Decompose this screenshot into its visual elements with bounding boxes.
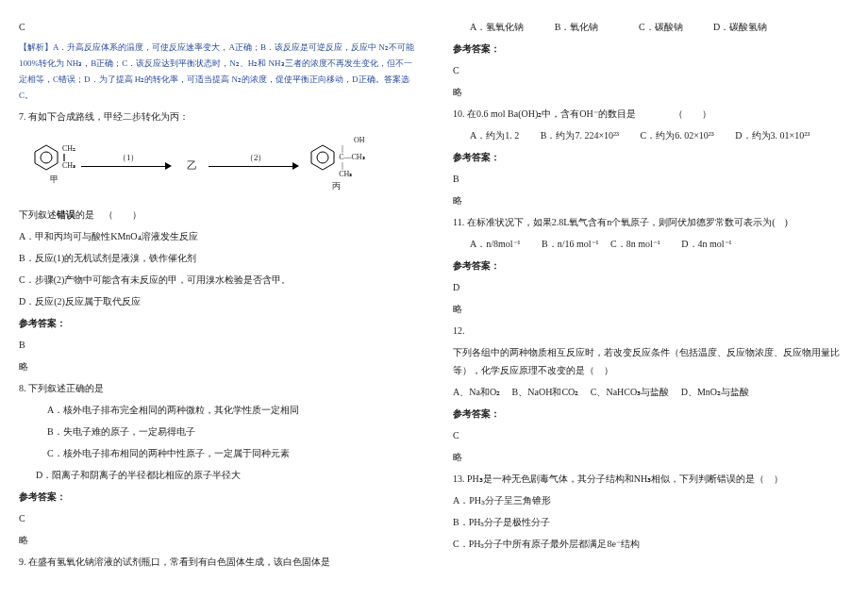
q11-answer: D [453,278,849,296]
q8-option-a: A．核外电子排布完全相同的两种微粒，其化学性质一定相同 [19,401,415,419]
omit: 略 [453,191,849,209]
intermediate-yi: 乙 [181,156,203,175]
q12-num: 12. [453,322,849,340]
reactant-jia: CH₂ ‖ CH₃ 甲 [32,143,75,188]
q10-option-d: D．约为3. 01×10²³ [735,130,810,141]
arrow-step1-icon: （1） [81,159,175,173]
sub-ch3: CH₃ [62,162,75,171]
q13-option-b: B．PH₃分子是极性分子 [453,513,849,531]
answer-letter: C [19,18,415,36]
q7-option-b: B．反应(1)的无机试剂是液溴，铁作催化剂 [19,249,415,267]
q7-answer: B [19,336,415,354]
svg-marker-2 [311,145,334,170]
product-bing: OH ｜ C—CH₃ ｜ CH₃ 丙 [309,137,364,194]
benzene-icon [32,143,60,172]
prod-ch3: CH₃ [339,171,364,179]
omit: 略 [19,531,415,549]
q12-option-d: D、MnO₂与盐酸 [681,387,749,397]
q7-option-d: D．反应(2)反应属于取代反应 [19,292,415,310]
q9-options: A．氢氧化钠 B．氧化钠 C．碳酸钠 D．碳酸氢钠 [453,18,849,36]
q8-option-b: B．失电子难的原子，一定易得电子 [19,423,415,440]
arrow-step2-icon: （2） [209,159,303,173]
svg-point-3 [317,152,328,163]
answer-label: 参考答案： [453,405,849,423]
label-bing: 丙 [309,178,364,194]
q10-option-b: B．约为7. 224×10²³ [541,130,619,141]
omit: 略 [19,357,415,375]
omit: 略 [453,300,849,318]
analysis-text: 【解析】A．升高反应体系的温度，可使反应速率变大，A正确；B．该反应是可逆反应，… [19,40,415,104]
answer-label: 参考答案： [453,40,849,58]
q7-option-c: C．步骤(2)产物中可能含有未反应的甲，可用溴水检验是否含甲。 [19,271,415,289]
q11-stem: 11. 在标准状况下，如果2.8L氧气含有n个氧原子，则阿伏加德罗常数可表示为(… [453,213,849,231]
q9-stem: 9. 在盛有氢氧化钠溶液的试剂瓶口，常看到有白色固体生成，该白色固体是 [19,553,415,571]
right-column: A．氢氧化钠 B．氧化钠 C．碳酸钠 D．碳酸氢钠 参考答案： C 略 10. … [453,14,849,574]
q11-option-b: B．n/16 mol⁻¹ [542,239,599,249]
q11-options: A．n/8mol⁻¹ B．n/16 mol⁻¹ C．8n mol⁻¹ D．4n … [453,235,849,253]
q9-option-b: B．氧化钠 [555,22,599,32]
q8-answer: C [19,509,415,527]
svg-point-1 [41,152,52,163]
q10-options: A．约为1. 2 B．约为7. 224×10²³ C．约为6. 02×10²³ … [453,126,849,144]
svg-marker-0 [35,145,58,170]
q12-option-a: A、Na和O₂ [453,387,500,397]
q12-option-b: B、NaOH和CO₂ [512,387,579,397]
q7-option-a: A．甲和丙均可与酸性KMnO₄溶液发生反应 [19,227,415,245]
answer-label: 参考答案： [19,314,415,332]
left-column: C 【解析】A．升高反应体系的温度，可使反应速率变大，A正确；B．该反应是可逆反… [19,14,415,574]
q11-option-d: D．4n mol⁻¹ [681,239,731,249]
omit: 略 [453,448,849,466]
q9-option-a: A．氢氧化钠 [470,22,524,32]
q8-stem: 8. 下列叙述正确的是 [19,379,415,397]
q12-options: A、Na和O₂ B、NaOH和CO₂ C、NaHCO₃与盐酸 D、MnO₂与盐酸 [453,383,849,401]
label-jia: 甲 [32,172,75,188]
q13-stem: 13. PH₃是一种无色剧毒气体，其分子结构和NH₃相似，下列判断错误的是（ ） [453,470,849,488]
q10-option-a: A．约为1. 2 [470,130,519,141]
q7-stem: 7. 有如下合成路线，甲经二步转化为丙： [19,108,415,125]
answer-label: 参考答案： [19,488,415,506]
answer-label: 参考答案： [453,148,849,166]
omit: 略 [453,83,849,101]
synthesis-diagram: CH₂ ‖ CH₃ 甲 （1） 乙 （2） OH ｜ C—CH₃ ｜ [19,129,415,202]
q9-option-d: D．碳酸氢钠 [713,22,767,32]
q12-option-c: C、NaHCO₃与盐酸 [591,387,669,397]
page: C 【解析】A．升高反应体系的温度，可使反应速率变大，A正确；B．该反应是可逆反… [19,14,849,574]
q13-option-a: A．PH₃分子呈三角锥形 [453,491,849,509]
q10-answer: B [453,170,849,188]
q11-option-a: A．n/8mol⁻¹ [470,239,521,249]
q13-option-c: C．PH₃分子中所有原子最外层都满足8e⁻结构 [453,535,849,553]
q9-answer: C [453,61,849,79]
q8-option-d: D．阳离子和阴离子的半径都比相应的原子半径大 [19,466,415,484]
q12-stem: 下列各组中的两种物质相互反应时，若改变反应条件（包括温度、反应物浓度、反应物用量… [453,343,849,379]
q10-stem: 10. 在0.6 mol Ba(OH)₂中，含有OH⁻的数目是 （ ） [453,105,849,123]
q9-option-c: C．碳酸钠 [639,22,683,32]
q11-option-c: C．8n mol⁻¹ [610,239,660,249]
q7-hint: 下列叙述错误的是 （ ） [19,206,415,224]
benzene-icon [309,143,337,172]
q10-option-c: C．约为6. 02×10²³ [641,130,714,141]
q12-answer: C [453,426,849,444]
q8-option-c: C．核外电子排布相同的两种中性原子，一定属于同种元素 [19,444,415,462]
answer-label: 参考答案： [453,257,849,274]
